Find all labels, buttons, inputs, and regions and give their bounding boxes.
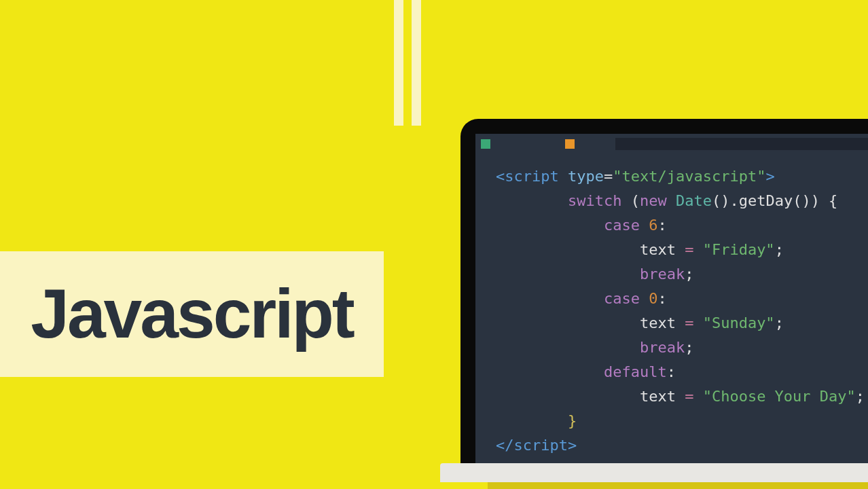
code-line: </script> <box>496 433 868 458</box>
tab-indicator <box>565 139 575 149</box>
tab-indicator <box>615 138 868 150</box>
code-line: case 0: <box>496 287 868 311</box>
code-line: text = "Sunday"; <box>496 311 868 336</box>
accent-bar <box>394 0 403 126</box>
code-line: default: <box>496 360 868 384</box>
code-line: case 6: <box>496 213 868 238</box>
title-band: Javascript <box>0 251 384 377</box>
code-line: <script type="text/javascript"> <box>496 164 868 189</box>
accent-bar <box>412 0 421 126</box>
code-line: text = "Friday"; <box>496 238 868 262</box>
title-text: Javascript <box>31 274 353 354</box>
editor-tab-bar <box>475 139 868 149</box>
code-line: break; <box>496 262 868 287</box>
laptop-base <box>440 463 868 482</box>
laptop-illustration: <script type="text/javascript"> switch (… <box>447 119 868 489</box>
laptop-bezel: <script type="text/javascript"> switch (… <box>460 119 868 463</box>
code-line: } <box>496 409 868 433</box>
code-line: text = "Choose Your Day"; <box>496 384 868 409</box>
tab-indicator <box>481 139 490 149</box>
code-area: <script type="text/javascript"> switch (… <box>496 164 868 458</box>
code-line: switch (new Date().getDay()) { <box>496 189 868 213</box>
laptop-screen: <script type="text/javascript"> switch (… <box>475 134 868 463</box>
code-line: break; <box>496 336 868 360</box>
